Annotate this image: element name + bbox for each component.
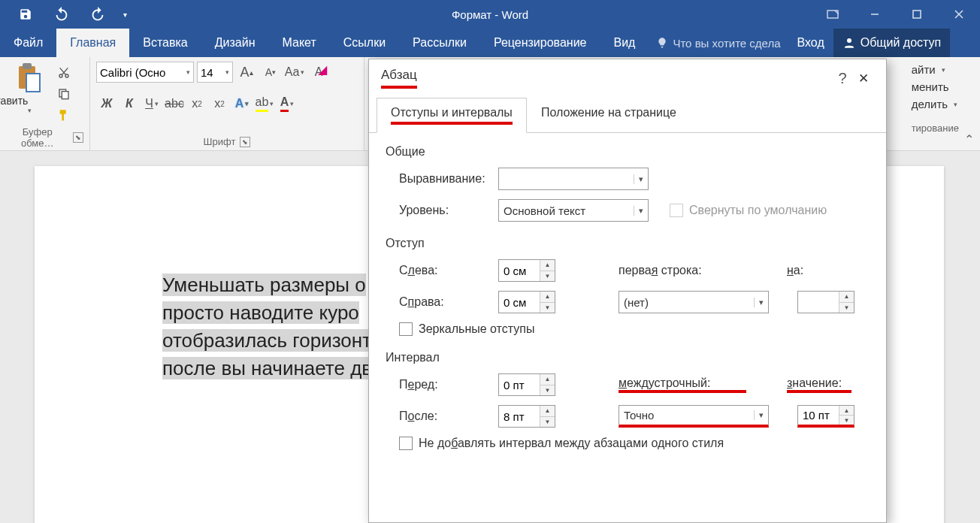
window-controls [812,0,980,29]
line-spacing-combo[interactable]: Точно▾ [619,405,769,428]
dialog-help-button[interactable]: ? [832,70,853,87]
tab-file[interactable]: Файл [0,29,56,57]
outline-level-label: Уровень: [399,204,489,217]
font-color-button[interactable]: A▾ [277,93,298,114]
group-font: Calibri (Осно▾ 14▾ A▴ A▾ Aa▾ A◢ Ж К Ч▾ a… [90,57,364,150]
group-clipboard: Вставить ▾ Буфер обме…⬊ [0,57,90,150]
paste-button[interactable]: Вставить ▾ [6,62,51,114]
by-spin[interactable]: ▲▼ [797,291,854,313]
maximize-button[interactable] [896,0,938,29]
signin-button[interactable]: Вход [788,29,833,57]
paragraph-dialog: Абзац ? ✕ Отступы и интервалы Положение … [368,59,887,523]
ribbon-tabs: Файл Главная Вставка Дизайн Макет Ссылки… [0,29,980,57]
window-title: Формат - Word [452,8,528,21]
before-label: Перед: [399,378,489,391]
section-general: Общие Выравнивание: ▾ Уровень: Основной … [386,145,870,222]
tab-references[interactable]: Ссылки [330,29,399,57]
share-button[interactable]: Общий доступ [833,29,951,57]
svg-rect-12 [62,92,68,99]
tell-me-search[interactable]: Что вы хотите сдела [649,29,788,57]
font-size-select[interactable]: 14▾ [197,62,233,83]
dialog-titlebar: Абзац ? ✕ [369,59,886,97]
font-name-select[interactable]: Calibri (Осно▾ [96,62,194,83]
dialog-body: Общие Выравнивание: ▾ Уровень: Основной … [369,133,886,522]
underline-button[interactable]: Ч▾ [141,93,162,114]
before-spin[interactable]: ▲▼ [498,373,555,396]
strikethrough-button[interactable]: abc [164,93,185,114]
at-spin[interactable]: ▲▼ [797,405,854,428]
shrink-font-button[interactable]: A▾ [260,62,281,83]
ribbon-options-button[interactable] [812,0,854,29]
editing-group-label: тирование [912,122,959,134]
text-effects-button[interactable]: A▾ [231,93,253,114]
after-spin[interactable]: ▲▼ [498,405,555,428]
tab-home[interactable]: Главная [56,29,129,57]
find-button[interactable]: айти▾ [912,63,959,76]
section-spacing: Интервал Перед: ▲▼ междустрочный: значен… [386,351,870,450]
svg-point-5 [847,38,851,43]
cut-button[interactable] [56,65,72,81]
close-button[interactable] [938,0,980,29]
dialog-close-button[interactable]: ✕ [853,71,874,86]
svg-rect-7 [23,63,32,69]
general-heading: Общие [386,145,870,159]
bold-button[interactable]: Ж [96,93,117,114]
indent-right-spin[interactable]: ▲▼ [498,291,555,313]
outline-level-combo[interactable]: Основной текст▾ [498,199,649,222]
paste-icon [14,62,44,95]
font-group-label: Шрифт [204,136,236,147]
tab-mailings[interactable]: Рассылки [399,29,480,57]
mirror-indents-checkbox[interactable]: Зеркальные отступы [399,322,534,336]
dialog-tabs: Отступы и интервалы Положение на страниц… [369,97,886,133]
tab-layout[interactable]: Макет [269,29,330,57]
tab-line-page-breaks[interactable]: Положение на странице [527,98,691,133]
minimize-button[interactable] [854,0,896,29]
section-indentation: Отступ Слева: ▲▼ первая строка: на: Спра… [386,237,870,336]
format-painter-button[interactable] [56,107,72,123]
quick-access-toolbar: ▾ [0,0,134,29]
highlight-button[interactable]: ab▾ [254,93,275,114]
indent-right-label: Справа: [399,295,489,309]
clipboard-group-label: Буфер обме… [6,126,68,149]
tab-insert[interactable]: Вставка [129,29,201,57]
italic-button[interactable]: К [119,93,140,114]
tell-me-label: Что вы хотите сдела [673,37,780,50]
dialog-title: Абзац [381,68,417,89]
line-spacing-label: междустрочный: [619,376,746,393]
selected-text: Уменьшать размеры о просто наводите куро… [162,271,395,382]
clear-formatting-button[interactable]: A◢ [308,62,329,83]
undo-button[interactable] [44,0,80,29]
by-label: на: [787,264,803,277]
no-space-same-style-checkbox[interactable]: Не добавлять интервал между абзацами одн… [399,437,724,450]
indent-left-spin[interactable]: ▲▼ [498,259,555,282]
special-indent-label: первая строка: [619,264,731,277]
replace-button[interactable]: менить [912,80,959,93]
select-button[interactable]: делить▾ [912,98,959,110]
after-label: После: [399,410,489,423]
tab-indents-spacing[interactable]: Отступы и интервалы [377,98,527,133]
special-indent-combo[interactable]: (нет)▾ [619,291,769,313]
grow-font-button[interactable]: A▴ [236,62,257,83]
redo-button[interactable] [80,0,116,29]
share-label: Общий доступ [861,36,942,50]
subscript-button[interactable]: x2 [186,93,207,114]
title-bar: ▾ Формат - Word [0,0,980,29]
tab-review[interactable]: Рецензирование [480,29,600,57]
tab-view[interactable]: Вид [600,29,649,57]
at-label: значение: [787,376,851,393]
font-launcher[interactable]: ⬊ [240,137,250,147]
collapse-ribbon-button[interactable]: ⌃ [962,132,975,146]
svg-rect-2 [913,11,921,18]
alignment-combo[interactable]: ▾ [498,168,649,190]
svg-rect-8 [26,74,40,92]
alignment-label: Выравнивание: [399,172,489,186]
clipboard-launcher[interactable]: ⬊ [73,132,83,143]
collapsed-checkbox: Свернуты по умолчанию [670,204,827,217]
change-case-button[interactable]: Aa▾ [284,62,305,83]
save-button[interactable] [8,0,44,29]
superscript-button[interactable]: x2 [209,93,230,114]
tab-design[interactable]: Дизайн [201,29,269,57]
qat-customize[interactable]: ▾ [116,0,134,29]
spacing-heading: Интервал [386,351,870,364]
copy-button[interactable] [56,86,72,102]
